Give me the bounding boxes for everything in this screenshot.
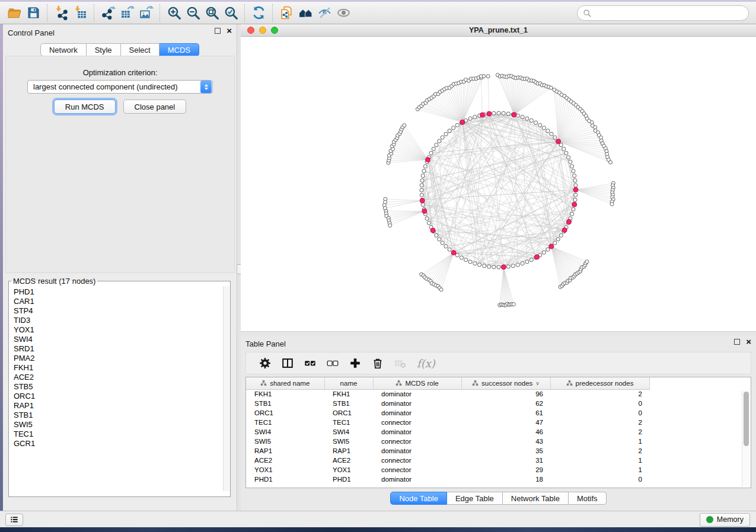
table-cell: 0 [550,475,649,484]
zoom-selected-button[interactable] [221,4,240,23]
table-row[interactable]: STB1STB1dominator620 [246,399,649,408]
clone-network-button[interactable] [277,4,296,23]
control-panel: Control Panel × NetworkStyleSelectMCDS O… [3,24,237,511]
mcds-node-item[interactable]: YOX1 [9,325,223,335]
table-row[interactable]: ACE2ACE2connector311 [246,456,649,465]
column-label: shared name [270,380,310,387]
table-tabs: Node TableEdge TableNetwork TableMotifs [241,492,756,505]
zoom-fit-icon [205,5,219,20]
column-header-shared-name[interactable]: shared name [246,377,324,389]
network-view-canvas[interactable] [241,37,756,331]
table-cell: TEC1 [324,418,373,427]
table-cell: 2 [550,418,649,427]
table-cell: 0 [550,399,649,408]
table-scrollbar-thumb[interactable] [744,392,749,446]
export-network-button[interactable] [98,4,117,23]
mcds-node-item[interactable]: ORC1 [9,392,223,401]
first-neighbors-button[interactable] [296,4,315,23]
mcds-node-item[interactable]: ACE2 [9,373,223,382]
mcds-node-item[interactable]: STB5 [9,382,223,392]
mcds-node-item[interactable]: STP4 [9,306,223,316]
function-builder-button[interactable]: f(x) [413,357,439,370]
table-cell: SWI5 [246,437,324,446]
tab-network-table[interactable]: Network Table [503,492,569,505]
open-session-button[interactable] [5,4,24,23]
export-table-button[interactable] [117,4,136,23]
mcds-node-item[interactable]: TID3 [9,316,223,325]
import-table-button[interactable] [71,4,90,23]
column-header-successor-nodes[interactable]: successor nodes∨ [461,377,550,389]
horizontal-splitter[interactable] [241,331,756,335]
select-all-button[interactable] [301,354,320,373]
add-column-button[interactable] [346,354,365,373]
save-icon [26,5,41,20]
import-network-button[interactable] [52,4,71,23]
run-mcds-button[interactable]: Run MCDS [54,100,116,114]
table-row[interactable]: PHD1PHD1dominator180 [246,475,649,484]
float-panel-icon[interactable] [215,28,221,34]
dropdown-stepper-icon [200,81,212,93]
control-panel-tabs: NetworkStyleSelectMCDS [3,43,237,56]
mcds-result-title: MCDS result (17 nodes) [11,277,97,286]
export-image-button[interactable] [136,4,155,23]
tab-motifs[interactable]: Motifs [569,492,607,505]
table-cell: dominator [373,446,461,456]
zoom-fit-button[interactable] [202,4,221,23]
close-panel-button[interactable]: Close panel [123,100,187,114]
hide-selected-button[interactable] [315,4,334,23]
table-row[interactable]: FKH1FKH1dominator962 [246,389,649,399]
mcds-node-item[interactable]: CAR1 [9,297,223,306]
refresh-layout-button[interactable] [249,4,268,23]
right-region: YPA_prune.txt_1 Table Panel × f(x) share… [241,24,756,511]
optimization-criterion-dropdown[interactable]: largest connected component (undirected) [27,80,213,94]
table-row[interactable]: YOX1YOX1connector291 [246,465,649,475]
delete-table-button[interactable] [391,354,410,373]
tab-edge-table[interactable]: Edge Table [447,492,503,505]
table-cell: ORC1 [246,408,324,418]
mcds-node-item[interactable]: TEC1 [9,430,223,439]
table-row[interactable]: SWI4SWI4dominator462 [246,427,649,437]
zoom-out-button[interactable] [183,4,202,23]
eye-hide-icon [317,5,332,20]
delete-column-button[interactable] [368,354,387,373]
toolbar-separator [160,4,160,22]
mcds-list-scrollbar[interactable] [223,286,229,491]
table-scrollbar[interactable] [742,390,749,486]
zoom-in-button[interactable] [164,4,183,23]
mcds-node-item[interactable]: PMA2 [9,354,223,363]
table-row[interactable]: RAP1RAP1dominator352 [246,446,649,456]
save-session-button[interactable] [24,4,43,23]
mcds-node-item[interactable]: RAP1 [9,401,223,411]
tab-select[interactable]: Select [121,43,160,56]
tab-style[interactable]: Style [87,43,121,56]
column-header-name[interactable]: name [324,377,373,389]
mcds-node-item[interactable]: SWI5 [9,420,223,430]
float-table-panel-icon[interactable] [734,339,740,345]
tab-node-table[interactable]: Node Table [390,492,447,505]
memory-button[interactable]: Memory [700,513,750,527]
panel-menu-button[interactable] [5,514,23,526]
tab-network[interactable]: Network [40,43,87,56]
show-all-button[interactable] [334,4,353,23]
search-input[interactable] [595,8,743,17]
column-header-MCDS-role[interactable]: MCDS role [373,377,461,389]
table-row[interactable]: SWI5SWI5connector431 [246,437,649,446]
table-settings-button[interactable] [256,354,275,373]
column-header-predecessor-nodes[interactable]: predecessor nodes [550,377,649,389]
mcds-node-item[interactable]: FKH1 [9,363,223,373]
table-row[interactable]: ORC1ORC1dominator610 [246,408,649,418]
toolbar-separator [94,4,94,22]
toggle-panel-button[interactable] [278,354,297,373]
mcds-node-item[interactable]: GCR1 [9,439,223,448]
memory-label: Memory [717,515,744,524]
close-panel-icon[interactable]: × [227,28,232,34]
table-row[interactable]: TEC1TEC1connector472 [246,418,649,427]
mcds-node-item[interactable]: SRD1 [9,344,223,354]
eye-show-icon [336,5,351,20]
close-table-panel-icon[interactable]: × [746,339,751,345]
mcds-node-item[interactable]: STB1 [9,411,223,420]
tab-mcds[interactable]: MCDS [160,43,199,56]
deselect-all-button[interactable] [323,354,342,373]
mcds-node-item[interactable]: SWI4 [9,335,223,344]
mcds-node-item[interactable]: PHD1 [9,287,223,297]
